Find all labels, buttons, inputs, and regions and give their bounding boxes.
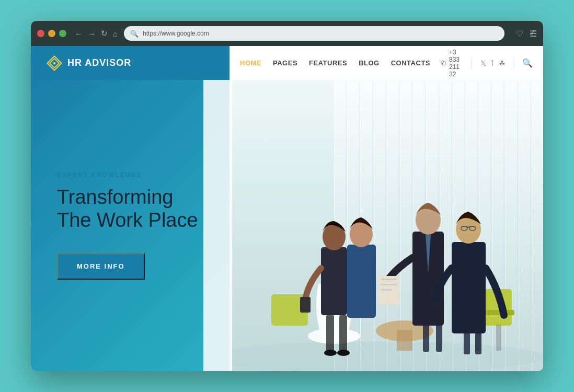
more-info-button[interactable]: MORE INFO [57,253,145,280]
hero-title: Transforming The Work Place [57,186,206,232]
nav-blog[interactable]: BLOG [359,59,380,67]
phone-info: ✆ +3 833 211 32 [441,49,463,78]
hero-title-line2: The Work Place [57,209,198,231]
hero-eyebrow: EXPERT KNOWLEDGE [57,171,206,179]
nav-features[interactable]: FEATURES [309,59,347,67]
svg-rect-22 [381,289,392,291]
svg-rect-34 [475,328,481,354]
site-header: HR ADVISOR HOME PAGES FEATURES BLOG CONT… [31,46,543,80]
browser-navigation: ← → ↻ ⌂ [75,29,118,38]
instagram-icon[interactable]: ☘ [499,59,506,67]
svg-point-30 [337,350,350,356]
home-button[interactable]: ⌂ [113,29,118,38]
fullscreen-icon[interactable]: ⤢ [529,27,536,37]
nav-contacts[interactable]: CONTACTS [391,59,430,67]
browser-window: ← → ↻ ⌂ 🔍 https://www.google.com ♡ ☰ ⤢ [31,21,543,371]
svg-rect-15 [347,245,376,318]
nav-pages[interactable]: PAGES [273,59,297,67]
hero-content: EXPERT KNOWLEDGE Transforming The Work P… [31,80,232,371]
close-button[interactable] [37,30,44,37]
minimize-button[interactable] [48,30,55,37]
svg-rect-14 [300,297,311,313]
nav-home[interactable]: HOME [240,59,261,67]
svg-rect-31 [423,323,429,352]
header-right: ✆ +3 833 211 32 𝕏 f ☘ 🔍 [441,49,543,78]
meeting-illustration [209,80,543,371]
logo-text: HR ADVISOR [67,57,131,68]
url-search-icon: 🔍 [130,30,139,38]
svg-rect-12 [321,247,347,315]
window-controls [37,30,66,37]
phone-number: +3 833 211 32 [449,49,463,78]
svg-point-29 [324,350,337,356]
logo-icon [47,55,62,71]
twitter-icon[interactable]: 𝕏 [480,59,486,67]
bookmark-icon[interactable]: ♡ [516,29,523,39]
forward-button[interactable]: → [88,29,96,38]
phone-icon: ✆ [441,60,446,67]
svg-rect-21 [381,284,397,285]
svg-point-3 [209,341,543,371]
svg-rect-20 [381,279,397,280]
header-left: HR ADVISOR [31,46,229,80]
website-content: HR ADVISOR HOME PAGES FEATURES BLOG CONT… [31,46,543,371]
svg-rect-27 [326,315,334,352]
main-navigation: HOME PAGES FEATURES BLOG CONTACTS [229,46,441,80]
svg-rect-32 [436,323,442,352]
svg-rect-9 [496,325,501,351]
hero-title-line1: Transforming [57,186,173,208]
svg-rect-33 [464,328,470,354]
browser-chrome: ← → ↻ ⌂ 🔍 https://www.google.com ♡ ☰ ⤢ [31,21,543,46]
back-button[interactable]: ← [75,29,83,38]
meeting-scene [209,80,543,371]
maximize-button[interactable] [59,30,66,37]
refresh-button[interactable]: ↻ [101,29,108,38]
svg-point-2 [53,62,56,64]
facebook-icon[interactable]: f [491,59,493,67]
url-text: https://www.google.com [143,30,209,37]
hero-section: EXPERT KNOWLEDGE Transforming The Work P… [31,80,543,371]
svg-rect-5 [397,330,412,351]
social-icons: 𝕏 f ☘ [480,59,506,67]
svg-rect-28 [339,315,347,352]
svg-rect-23 [452,242,486,333]
address-bar[interactable]: 🔍 https://www.google.com [124,26,504,41]
search-icon[interactable]: 🔍 [522,58,533,68]
